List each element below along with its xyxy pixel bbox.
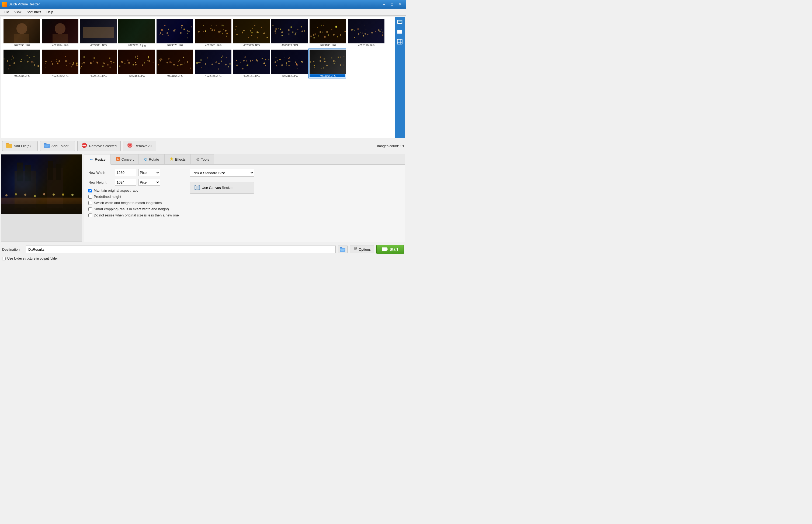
main-container: _4022893.JPG_4022894.JPG_4022911.JPG_402… bbox=[0, 16, 406, 262]
thumbnail-item[interactable]: _4022911.JPG bbox=[79, 18, 117, 48]
switch-sides-checkbox[interactable] bbox=[88, 201, 92, 205]
menu-softorbits[interactable]: SoftOrbits bbox=[24, 10, 44, 15]
sidebar-table-icon[interactable] bbox=[395, 37, 404, 46]
tab-rotate[interactable]: ↻ Rotate bbox=[139, 154, 164, 164]
tools-tab-label: Tools bbox=[201, 158, 209, 162]
thumbnail-label: _4022983.JPG bbox=[3, 75, 39, 77]
menu-view[interactable]: View bbox=[12, 10, 24, 15]
thumbnail-item[interactable]: _4022893.JPG bbox=[2, 18, 40, 48]
tab-resize[interactable]: ↔ Resize bbox=[84, 154, 111, 165]
folder-open-icon bbox=[44, 143, 50, 148]
thumbnail-item[interactable]: _4023161.JPG bbox=[232, 49, 270, 79]
thumbnail-item[interactable]: _4023172.JPG bbox=[270, 18, 308, 48]
svg-rect-3 bbox=[397, 30, 402, 31]
footer-row: Use folder structure in output folder bbox=[0, 256, 406, 262]
sidebar-list-icon[interactable] bbox=[395, 28, 404, 36]
thumbnail-item[interactable]: _4022983.JPG bbox=[2, 49, 40, 79]
tab-tools[interactable]: ⚙ Tools bbox=[191, 154, 214, 164]
sidebar-view-icon[interactable] bbox=[395, 18, 404, 27]
maximize-button[interactable]: □ bbox=[388, 1, 396, 8]
browse-folder-icon bbox=[340, 247, 345, 252]
switch-sides-row: Switch width and height to match long si… bbox=[88, 201, 179, 205]
rotate-tab-icon: ↻ bbox=[144, 157, 147, 162]
width-unit-select[interactable]: Pixel Percent Inch Cm bbox=[138, 169, 160, 176]
add-files-button[interactable]: Add File(s)... bbox=[2, 141, 38, 151]
smart-crop-checkbox[interactable] bbox=[88, 207, 92, 211]
images-count: Images count: 19 bbox=[377, 144, 404, 148]
thumbnail-item[interactable]: _4023163.JPG bbox=[308, 49, 346, 79]
close-button[interactable]: ✕ bbox=[396, 1, 404, 8]
thumbnail-item[interactable]: _4023180.JPG bbox=[308, 18, 346, 48]
app-icon bbox=[2, 2, 7, 7]
remove-selected-button[interactable]: Remove Selected bbox=[77, 141, 121, 151]
sidebar-icons bbox=[395, 17, 405, 138]
titlebar-controls: − □ ✕ bbox=[380, 1, 404, 8]
svg-rect-21 bbox=[196, 186, 199, 189]
start-button[interactable]: Start bbox=[376, 245, 404, 254]
gear-icon bbox=[353, 247, 357, 251]
svg-rect-25 bbox=[199, 189, 200, 190]
image-grid[interactable]: _4022893.JPG_4022894.JPG_4022911.JPG_402… bbox=[1, 17, 395, 138]
predefined-height-checkbox[interactable] bbox=[88, 195, 92, 199]
preview-area bbox=[1, 154, 82, 242]
convert-tab-icon: C bbox=[116, 157, 120, 162]
options-button[interactable]: Options bbox=[350, 246, 374, 253]
start-label: Start bbox=[390, 247, 398, 251]
thumbnail-label: _4023180.JPG bbox=[309, 44, 345, 47]
folder-structure-row: Use folder structure in output folder bbox=[2, 257, 58, 260]
minimize-button[interactable]: − bbox=[380, 1, 388, 8]
thumbnail-item[interactable]: _4023155.JPG bbox=[155, 49, 193, 79]
svg-rect-22 bbox=[195, 185, 196, 186]
preview-image bbox=[1, 154, 82, 214]
canvas-resize-button[interactable]: Use Canvas Resize bbox=[190, 182, 254, 194]
thumbnail-item[interactable]: _4023150.JPG bbox=[41, 49, 79, 79]
thumbnail-label: _4023150.JPG bbox=[42, 75, 77, 77]
folder-structure-checkbox[interactable] bbox=[2, 257, 6, 260]
thumbnail-item[interactable]: _4023075.JPG bbox=[155, 18, 193, 48]
resize-settings: New Width Pixel Percent Inch Cm New Heig… bbox=[84, 165, 405, 242]
add-files-label: Add File(s)... bbox=[14, 144, 34, 148]
thumbnail-item[interactable]: _4023151.JPG bbox=[79, 49, 117, 79]
width-label: New Width bbox=[88, 170, 113, 175]
thumbnail-item[interactable]: _4023156.JPG bbox=[194, 49, 232, 79]
thumbnail-item[interactable]: _4023190.JPG bbox=[347, 18, 385, 48]
tab-effects[interactable]: Effects bbox=[164, 154, 191, 164]
destination-input[interactable] bbox=[26, 246, 336, 253]
no-resize-label: Do not resize when original size is less… bbox=[94, 213, 179, 217]
menu-help[interactable]: Help bbox=[44, 10, 56, 15]
thumbnail-item[interactable]: _4023085.JPG bbox=[232, 18, 270, 48]
remove-all-icon bbox=[127, 143, 133, 149]
effects-tab-icon bbox=[169, 157, 174, 162]
menubar: File View SoftOrbits Help bbox=[0, 9, 406, 16]
standard-size-select[interactable]: Pick a Standard Size 640 × 480 800 × 600… bbox=[190, 169, 254, 177]
thumbnail-item[interactable]: _4022926_1.jpg bbox=[117, 18, 155, 48]
height-input[interactable] bbox=[115, 179, 136, 186]
height-unit-select[interactable]: Pixel Percent Inch Cm bbox=[138, 179, 160, 186]
toolbar: Add File(s)... Add Folder... Remove Sele… bbox=[0, 139, 406, 153]
menu-file[interactable]: File bbox=[1, 10, 12, 15]
thumbnail-item[interactable]: _4023081.JPG bbox=[194, 18, 232, 48]
no-resize-checkbox[interactable] bbox=[88, 213, 92, 217]
maintain-aspect-checkbox[interactable] bbox=[88, 189, 92, 193]
thumbnail-item[interactable]: _4023162.JPG bbox=[270, 49, 308, 79]
remove-all-label: Remove All bbox=[134, 144, 152, 148]
width-input[interactable] bbox=[115, 169, 136, 176]
switch-sides-label: Switch width and height to match long si… bbox=[94, 201, 162, 205]
remove-selected-svg bbox=[81, 143, 87, 148]
thumbnail-item[interactable]: _4023154.JPG bbox=[117, 49, 155, 79]
thumbnail-label: _4023081.JPG bbox=[195, 44, 230, 47]
effects-tab-label: Effects bbox=[175, 158, 186, 162]
add-folder-button[interactable]: Add Folder... bbox=[40, 141, 75, 151]
remove-all-button[interactable]: Remove All bbox=[123, 141, 156, 151]
thumbnail-label: _4023190.JPG bbox=[348, 44, 383, 47]
thumbnail-canvas bbox=[118, 19, 155, 44]
canvas-icon bbox=[194, 184, 200, 190]
thumbnail-canvas bbox=[309, 50, 346, 74]
preview-canvas bbox=[1, 154, 82, 214]
thumbnail-item[interactable]: _4022894.JPG bbox=[41, 18, 79, 48]
tab-convert[interactable]: C Convert bbox=[111, 154, 139, 164]
height-label: New Height bbox=[88, 180, 113, 184]
thumbnail-canvas bbox=[309, 19, 346, 44]
svg-rect-6 bbox=[397, 33, 402, 34]
destination-browse-button[interactable] bbox=[338, 246, 348, 253]
